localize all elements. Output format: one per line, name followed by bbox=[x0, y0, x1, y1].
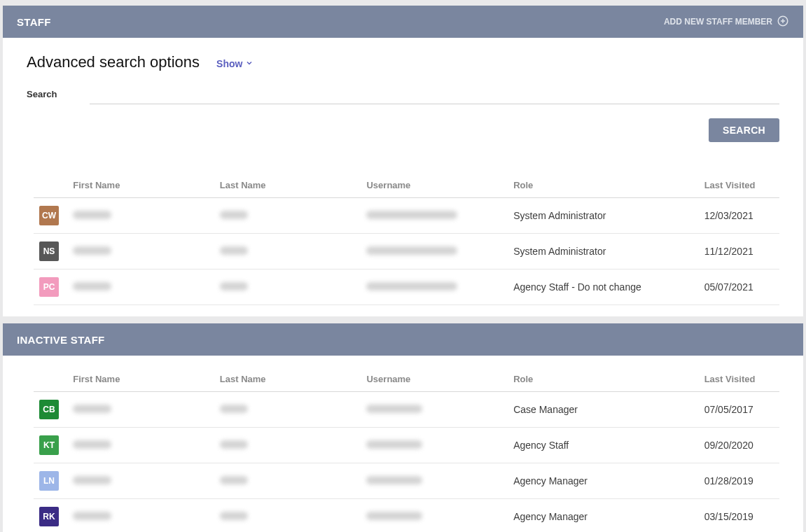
inactive-table: First Name Last Name Username Role Last … bbox=[34, 367, 779, 532]
avatar: KT bbox=[39, 435, 59, 455]
inactive-panel: INACTIVE STAFF First Name Last Name User… bbox=[3, 323, 803, 532]
role-cell: Agency Manager bbox=[508, 463, 699, 499]
staff-table-header: First Name Last Name Username Role Last … bbox=[34, 173, 779, 198]
advanced-search-title: Advanced search options bbox=[27, 53, 200, 71]
table-row[interactable]: CBCase Manager07/05/2017 bbox=[34, 392, 779, 428]
add-staff-label: ADD NEW STAFF MEMBER bbox=[664, 17, 772, 27]
col-last-visited[interactable]: Last Visited bbox=[699, 173, 779, 198]
role-cell: Agency Staff bbox=[508, 428, 699, 463]
show-label: Show bbox=[216, 58, 242, 69]
search-label: Search bbox=[27, 89, 69, 99]
inactive-title: INACTIVE STAFF bbox=[17, 334, 105, 346]
last-visited-cell: 01/28/2019 bbox=[699, 463, 779, 499]
redacted-text bbox=[73, 512, 111, 520]
staff-panel: STAFF ADD NEW STAFF MEMBER Advanced sear… bbox=[3, 6, 803, 316]
staff-panel-header: STAFF ADD NEW STAFF MEMBER bbox=[3, 6, 803, 38]
staff-table-wrap: First Name Last Name Username Role Last … bbox=[3, 173, 803, 316]
search-area: Advanced search options Show Search SEAR… bbox=[3, 38, 803, 173]
table-row[interactable]: KTAgency Staff09/20/2020 bbox=[34, 428, 779, 463]
page: STAFF ADD NEW STAFF MEMBER Advanced sear… bbox=[0, 0, 806, 532]
col-username[interactable]: Username bbox=[361, 173, 508, 198]
col-first-name[interactable]: First Name bbox=[67, 367, 214, 392]
last-visited-cell: 03/15/2019 bbox=[699, 499, 779, 533]
inactive-table-wrap: First Name Last Name Username Role Last … bbox=[3, 356, 803, 532]
show-toggle[interactable]: Show bbox=[216, 58, 253, 69]
redacted-text bbox=[220, 211, 248, 219]
last-visited-cell: 05/07/2021 bbox=[699, 270, 779, 305]
last-visited-cell: 12/03/2021 bbox=[699, 198, 779, 234]
redacted-text bbox=[73, 282, 111, 290]
table-row[interactable]: PCAgency Staff - Do not change05/07/2021 bbox=[34, 270, 779, 305]
role-cell: System Administrator bbox=[508, 198, 699, 234]
redacted-text bbox=[73, 405, 111, 413]
table-row[interactable]: LNAgency Manager01/28/2019 bbox=[34, 463, 779, 499]
redacted-text bbox=[366, 440, 422, 449]
redacted-text bbox=[366, 476, 422, 484]
table-row[interactable]: CWSystem Administrator12/03/2021 bbox=[34, 198, 779, 234]
col-role[interactable]: Role bbox=[508, 173, 699, 198]
avatar: LN bbox=[39, 471, 59, 491]
redacted-text bbox=[73, 246, 111, 255]
redacted-text bbox=[73, 211, 111, 219]
redacted-text bbox=[220, 405, 248, 413]
staff-table: First Name Last Name Username Role Last … bbox=[34, 173, 779, 305]
redacted-text bbox=[366, 211, 457, 219]
last-visited-cell: 07/05/2017 bbox=[699, 392, 779, 428]
redacted-text bbox=[220, 440, 248, 449]
role-cell: System Administrator bbox=[508, 234, 699, 270]
redacted-text bbox=[73, 440, 111, 449]
col-username[interactable]: Username bbox=[361, 367, 508, 392]
redacted-text bbox=[366, 282, 457, 290]
staff-title: STAFF bbox=[17, 16, 51, 28]
avatar: NS bbox=[39, 241, 59, 261]
search-button[interactable]: SEARCH bbox=[709, 118, 779, 142]
redacted-text bbox=[220, 512, 248, 520]
redacted-text bbox=[220, 476, 248, 484]
redacted-text bbox=[73, 476, 111, 484]
redacted-text bbox=[366, 512, 422, 520]
col-last-name[interactable]: Last Name bbox=[214, 367, 361, 392]
redacted-text bbox=[366, 405, 422, 413]
col-last-name[interactable]: Last Name bbox=[214, 173, 361, 198]
redacted-text bbox=[220, 246, 248, 255]
avatar: RK bbox=[39, 507, 59, 526]
last-visited-cell: 09/20/2020 bbox=[699, 428, 779, 463]
add-staff-button[interactable]: ADD NEW STAFF MEMBER bbox=[664, 15, 789, 29]
avatar: CB bbox=[39, 400, 59, 419]
table-row[interactable]: RKAgency Manager03/15/2019 bbox=[34, 499, 779, 533]
avatar: PC bbox=[39, 277, 59, 297]
col-last-visited[interactable]: Last Visited bbox=[699, 367, 779, 392]
chevron-down-icon bbox=[245, 58, 253, 69]
plus-circle-icon bbox=[777, 15, 789, 29]
role-cell: Case Manager bbox=[508, 392, 699, 428]
redacted-text bbox=[366, 246, 457, 255]
col-role[interactable]: Role bbox=[508, 367, 699, 392]
avatar: CW bbox=[39, 206, 59, 225]
inactive-panel-header: INACTIVE STAFF bbox=[3, 323, 803, 356]
table-row[interactable]: NSSystem Administrator11/12/2021 bbox=[34, 234, 779, 270]
col-first-name[interactable]: First Name bbox=[67, 173, 214, 198]
inactive-table-header: First Name Last Name Username Role Last … bbox=[34, 367, 779, 392]
search-input[interactable] bbox=[90, 84, 779, 104]
role-cell: Agency Staff - Do not change bbox=[508, 270, 699, 305]
last-visited-cell: 11/12/2021 bbox=[699, 234, 779, 270]
redacted-text bbox=[220, 282, 248, 290]
role-cell: Agency Manager bbox=[508, 499, 699, 533]
